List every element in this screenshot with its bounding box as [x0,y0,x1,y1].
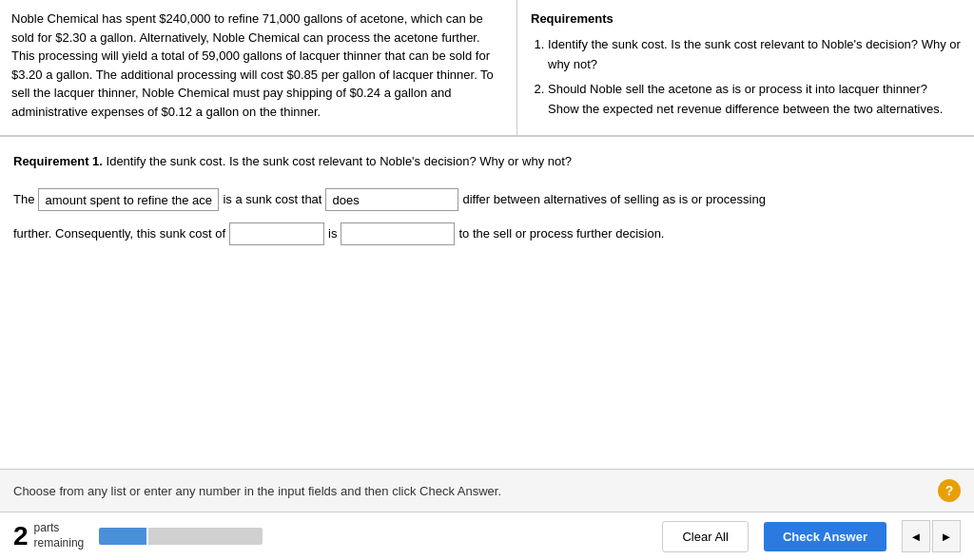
requirements-section: Requirements Identify the sunk cost. Is … [517,0,974,135]
sentence-line-1: The is a sunk cost that differ between a… [13,187,961,212]
problem-content: Noble Chemical has spent $240,000 to ref… [11,11,494,119]
instruction-text: Choose from any list or enter any number… [13,484,501,498]
help-icon[interactable]: ? [938,479,961,502]
problem-text: Noble Chemical has spent $240,000 to ref… [0,0,517,135]
requirement-item-2: Should Noble sell the acetone as is or p… [548,80,961,120]
req-header-bold: Requirement 1. [13,154,103,168]
parts-remaining: 2 parts remaining [13,521,84,550]
requirement-header: Requirement 1. Identify the sunk cost. I… [13,152,961,171]
does-not-input[interactable] [325,188,458,211]
text-differ: differ between alternatives of selling a… [462,187,765,212]
check-answer-button[interactable]: Check Answer [764,522,886,551]
top-section: Noble Chemical has spent $240,000 to ref… [0,0,974,137]
nav-buttons: ◄ ► [902,520,961,552]
progress-bar-empty [148,528,263,545]
text-the: The [13,187,34,212]
instruction-bar: Choose from any list or enter any number… [0,469,974,512]
sentence-line-2: further. Consequently, this sunk cost of… [13,222,961,246]
relevance-input[interactable] [341,222,455,245]
action-bar: 2 parts remaining Clear All Check Answer… [0,512,974,560]
nav-next-button[interactable]: ► [932,520,961,552]
text-is-sunk: is a sunk cost that [223,187,321,212]
requirements-title: Requirements [531,10,961,29]
parts-label-line1: parts [34,521,85,536]
progress-bar-fill [99,528,146,545]
text-is: is [328,222,337,246]
sunk-cost-amount-input[interactable] [229,222,324,245]
clear-all-button[interactable]: Clear All [662,521,748,552]
progress-bar [99,528,263,545]
parts-number: 2 [13,523,29,550]
text-to-decision: to the sell or process further decision. [458,222,664,246]
parts-label-line2: remaining [34,536,85,551]
req-header-text: Identify the sunk cost. Is the sunk cost… [107,154,573,168]
requirement-item-1: Identify the sunk cost. Is the sunk cost… [548,35,961,75]
nav-prev-button[interactable]: ◄ [902,520,930,552]
parts-label: parts remaining [34,521,85,550]
sunk-cost-input[interactable] [38,188,219,211]
requirements-list: Identify the sunk cost. Is the sunk cost… [531,35,961,120]
text-further: further. Consequently, this sunk cost of [13,222,225,246]
main-content: Requirement 1. Identify the sunk cost. I… [0,137,974,469]
